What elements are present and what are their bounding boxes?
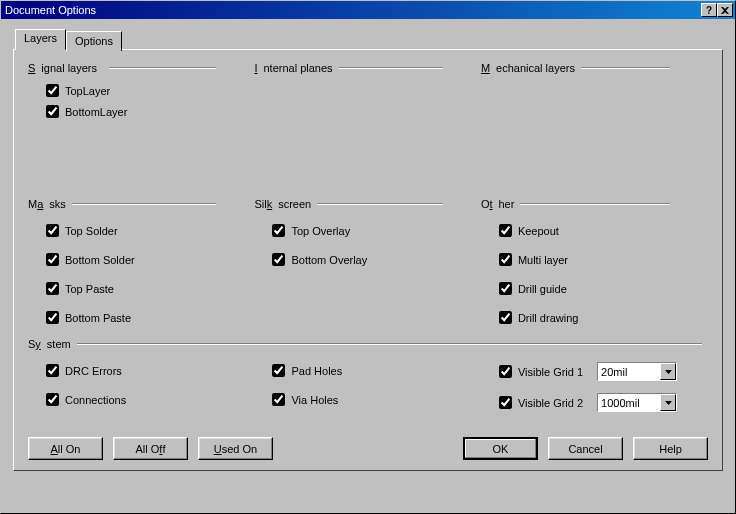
titlebar-buttons: ? [701, 3, 733, 17]
cancel-button[interactable]: Cancel [548, 437, 623, 460]
all-off-button[interactable]: All Off [113, 437, 188, 460]
dialog-window: Document Options ? Layers Options Signal… [0, 0, 736, 514]
visible-grid-2-row: Visible Grid 2 1000mil [481, 387, 708, 418]
system-heading: System [28, 338, 708, 350]
bottom-solder-input[interactable] [46, 253, 59, 266]
visible-grid-1-row: Visible Grid 1 20mil [481, 356, 708, 387]
all-on-button[interactable]: All On [28, 437, 103, 460]
drill-guide-input[interactable] [499, 282, 512, 295]
system-col-right: Visible Grid 1 20mil Visible Grid 2 [481, 356, 708, 418]
bottom-paste-label: Bottom Paste [65, 312, 131, 324]
checkbox-drc-errors[interactable]: DRC Errors [28, 356, 254, 385]
checkbox-connections[interactable]: Connections [28, 385, 254, 414]
drill-guide-label: Drill guide [518, 283, 567, 295]
footer-right: OK Cancel Help [463, 437, 708, 460]
multi-layer-label: Multi layer [518, 254, 568, 266]
chevron-down-icon [665, 401, 672, 405]
pad-holes-label: Pad Holes [291, 365, 342, 377]
keepout-label: Keepout [518, 225, 559, 237]
used-on-button[interactable]: Used On [198, 437, 273, 460]
checkbox-top-paste[interactable]: Top Paste [28, 274, 254, 303]
help-button[interactable]: Help [633, 437, 708, 460]
bottomlayer-checkbox-input[interactable] [46, 105, 59, 118]
system-col-left: DRC Errors Connections [28, 356, 254, 418]
titlebar: Document Options ? [1, 1, 735, 19]
top-paste-input[interactable] [46, 282, 59, 295]
tab-options[interactable]: Options [66, 31, 122, 51]
top-paste-label: Top Paste [65, 283, 114, 295]
visible-grid-2-select[interactable]: 1000mil [597, 393, 677, 412]
chevron-down-icon [665, 370, 672, 374]
checkbox-bottom-paste[interactable]: Bottom Paste [28, 303, 254, 332]
checkbox-top-solder[interactable]: Top Solder [28, 216, 254, 245]
bottom-paste-input[interactable] [46, 311, 59, 324]
footer-left: All On All Off Used On [28, 437, 273, 460]
drc-errors-label: DRC Errors [65, 365, 122, 377]
masks-heading: Masks [28, 198, 254, 210]
drill-drawing-label: Drill drawing [518, 312, 579, 324]
checkbox-pad-holes[interactable]: Pad Holes [254, 356, 480, 385]
visible-grid-2-dropdown-button[interactable] [660, 394, 676, 411]
drc-errors-input[interactable] [46, 364, 59, 377]
toplayer-checkbox-input[interactable] [46, 84, 59, 97]
silkscreen-group: Silkscreen Top Overlay Bottom Overlay [254, 198, 480, 332]
mid-groups: Masks Top Solder Bottom Solder Top Paste [28, 198, 708, 332]
checkbox-keepout[interactable]: Keepout [481, 216, 708, 245]
window-title: Document Options [3, 4, 96, 16]
checkbox-bottom-overlay[interactable]: Bottom Overlay [254, 245, 480, 274]
via-holes-label: Via Holes [291, 394, 338, 406]
visible-grid-1-select[interactable]: 20mil [597, 362, 677, 381]
top-overlay-label: Top Overlay [291, 225, 350, 237]
top-solder-label: Top Solder [65, 225, 118, 237]
help-titlebar-button[interactable]: ? [701, 3, 717, 17]
toplayer-label: TopLayer [65, 85, 110, 97]
visible-grid-2-checkbox[interactable] [499, 396, 512, 409]
connections-input[interactable] [46, 393, 59, 406]
layers-panel: Signal layers TopLayer BottomLayer Inter… [13, 49, 723, 471]
internal-planes-heading: Internal planes [254, 62, 480, 74]
bottom-overlay-label: Bottom Overlay [291, 254, 367, 266]
visible-grid-1-dropdown-button[interactable] [660, 363, 676, 380]
bottom-overlay-input[interactable] [272, 253, 285, 266]
mechanical-layers-heading: Mechanical layers [481, 62, 708, 74]
pad-holes-input[interactable] [272, 364, 285, 377]
system-row1: DRC Errors Connections Pad Holes [28, 356, 708, 418]
checkbox-toplayer[interactable]: TopLayer [28, 80, 254, 101]
silkscreen-heading: Silkscreen [254, 198, 480, 210]
drill-drawing-input[interactable] [499, 311, 512, 324]
footer-buttons: All On All Off Used On OK Cancel Help [28, 437, 708, 460]
checkbox-drill-drawing[interactable]: Drill drawing [481, 303, 708, 332]
multi-layer-input[interactable] [499, 253, 512, 266]
system-col-mid: Pad Holes Via Holes [254, 356, 480, 418]
visible-grid-2-value: 1000mil [598, 396, 660, 410]
top-solder-input[interactable] [46, 224, 59, 237]
internal-planes-group: Internal planes [254, 62, 480, 122]
top-groups: Signal layers TopLayer BottomLayer Inter… [28, 62, 708, 122]
keepout-input[interactable] [499, 224, 512, 237]
other-heading: Other [481, 198, 708, 210]
tabstrip: Layers Options [13, 30, 723, 50]
bottom-solder-label: Bottom Solder [65, 254, 135, 266]
other-group: Other Keepout Multi layer Drill guide [481, 198, 708, 332]
visible-grid-1-label: Visible Grid 1 [518, 366, 583, 378]
close-titlebar-button[interactable] [717, 3, 733, 17]
masks-group: Masks Top Solder Bottom Solder Top Paste [28, 198, 254, 332]
top-overlay-input[interactable] [272, 224, 285, 237]
bottomlayer-label: BottomLayer [65, 106, 127, 118]
tab-layers[interactable]: Layers [15, 29, 66, 50]
close-icon [721, 7, 729, 14]
checkbox-via-holes[interactable]: Via Holes [254, 385, 480, 414]
client-area: Layers Options Signal layers TopLayer [1, 19, 735, 513]
checkbox-top-overlay[interactable]: Top Overlay [254, 216, 480, 245]
system-group: System DRC Errors Connections [28, 338, 708, 418]
checkbox-drill-guide[interactable]: Drill guide [481, 274, 708, 303]
visible-grid-1-checkbox[interactable] [499, 365, 512, 378]
connections-label: Connections [65, 394, 126, 406]
checkbox-bottomlayer[interactable]: BottomLayer [28, 101, 254, 122]
ok-button[interactable]: OK [463, 437, 538, 460]
checkbox-bottom-solder[interactable]: Bottom Solder [28, 245, 254, 274]
via-holes-input[interactable] [272, 393, 285, 406]
checkbox-multi-layer[interactable]: Multi layer [481, 245, 708, 274]
visible-grid-2-label: Visible Grid 2 [518, 397, 583, 409]
visible-grid-1-value: 20mil [598, 365, 660, 379]
